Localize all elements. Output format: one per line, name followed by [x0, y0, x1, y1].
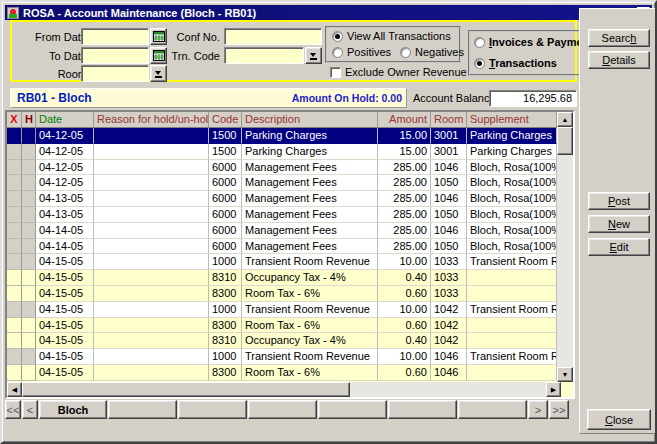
close-button[interactable]: Close	[587, 409, 651, 430]
conf-no-input[interactable]	[224, 28, 322, 45]
table-row[interactable]: 04-15-058300Room Tax - 6%0.601033	[7, 286, 557, 302]
table-row[interactable]: 04-15-058310Occupancy Tax - 4%0.401042	[7, 333, 557, 349]
table-row[interactable]: 04-15-051000Transient Room Revenue10.001…	[7, 302, 557, 318]
positives-radio[interactable]: Positives	[332, 46, 391, 58]
scroll-up-icon[interactable]: ▲	[557, 112, 573, 127]
tab-empty[interactable]	[318, 400, 387, 419]
tab-empty[interactable]	[108, 400, 177, 419]
account-type-group: Invoices & Payments Transactions	[468, 30, 584, 76]
amount-on-hold-label: Amount On Hold:	[292, 92, 379, 104]
to-date-calendar-button[interactable]	[150, 47, 167, 64]
next-account-button[interactable]: >	[528, 400, 548, 419]
cell	[22, 207, 36, 223]
vertical-scrollbar[interactable]: ▲ ▼	[557, 112, 573, 382]
column-header-room[interactable]: Room	[431, 112, 467, 127]
to-date-label: To Date	[24, 50, 87, 62]
cell: 1042	[431, 302, 467, 318]
edit-button[interactable]: Edit	[588, 238, 650, 256]
table-row[interactable]: 04-15-058310Occupancy Tax - 4%0.401033	[7, 270, 557, 286]
view-all-transactions-radio[interactable]: View All Transactions	[332, 30, 451, 42]
transactions-radio[interactable]: Transactions	[474, 57, 557, 69]
cell	[22, 223, 36, 239]
from-date-input[interactable]	[81, 28, 149, 45]
table-row[interactable]: 04-14-056000Management Fees285.001046Blo…	[7, 223, 557, 239]
cell	[94, 239, 209, 255]
column-header-description[interactable]: Description	[242, 112, 378, 127]
account-name: RB01 - Bloch	[17, 91, 92, 105]
table-row[interactable]: 04-12-056000Management Fees285.001046Blo…	[7, 160, 557, 176]
table-inner: X H Date Reason for hold/un-hold Code De…	[7, 112, 557, 382]
scroll-left-icon[interactable]: ◀	[7, 382, 22, 397]
table-row[interactable]: 04-15-051000Transient Room Revenue10.001…	[7, 349, 557, 365]
cell: Management Fees	[242, 160, 378, 176]
cell: 1500	[209, 128, 242, 144]
first-account-button[interactable]: <<	[5, 400, 21, 419]
details-button[interactable]: Details	[588, 51, 650, 69]
tab-empty[interactable]	[178, 400, 247, 419]
account-balance-value: 16,295.68	[489, 90, 577, 107]
tab-bloch[interactable]: Bloch	[39, 400, 107, 419]
room-input[interactable]	[81, 65, 149, 82]
trn-code-label: Trn. Code	[170, 50, 220, 62]
cell	[7, 349, 22, 365]
positives-label: Positives	[347, 46, 391, 58]
table-row[interactable]: 04-15-051000Transient Room Revenue10.001…	[7, 254, 557, 270]
title-bar[interactable]: ROSA - Account Maintenance (Bloch - RB01…	[5, 5, 652, 20]
column-header-reason[interactable]: Reason for hold/un-hold	[94, 112, 209, 127]
tab-empty[interactable]	[388, 400, 457, 419]
cell: Parking Charges	[242, 144, 378, 160]
cell: 1050	[431, 207, 467, 223]
cell	[94, 160, 209, 176]
horizontal-scroll-thumb[interactable]	[22, 382, 350, 397]
cell	[22, 270, 36, 286]
exclude-owner-revenue-checkbox[interactable]: Exclude Owner Revenue	[330, 66, 467, 78]
cell: 6000	[209, 160, 242, 176]
last-account-button[interactable]: >>	[549, 400, 569, 419]
cell	[467, 333, 557, 349]
prev-account-button[interactable]: <	[22, 400, 38, 419]
scroll-right-icon[interactable]: ▶	[546, 382, 561, 397]
room-dropdown-button[interactable]	[150, 65, 167, 82]
negatives-radio[interactable]: Negatives	[400, 46, 464, 58]
column-header-date[interactable]: Date	[36, 112, 94, 127]
cell: 04-14-05	[36, 239, 94, 255]
table-row[interactable]: 04-12-051500Parking Charges15.003001Park…	[7, 128, 557, 144]
table-row[interactable]: 04-15-058300Room Tax - 6%0.601042	[7, 318, 557, 334]
trn-code-input[interactable]	[224, 47, 304, 64]
new-button[interactable]: New	[588, 215, 650, 233]
column-header-h[interactable]: H	[22, 112, 36, 127]
cell: Parking Charges	[467, 144, 557, 160]
table-row[interactable]: 04-15-058300Room Tax - 6%0.601046	[7, 365, 557, 381]
post-button[interactable]: Post	[588, 192, 650, 210]
cell: 1046	[431, 160, 467, 176]
tab-empty[interactable]	[458, 400, 527, 419]
column-header-amount[interactable]: Amount	[378, 112, 431, 127]
table-row[interactable]: 04-12-051500Parking Charges15.003001Park…	[7, 144, 557, 160]
table-row[interactable]: 04-14-056000Management Fees285.001050Blo…	[7, 239, 557, 255]
scroll-down-icon[interactable]: ▼	[557, 367, 573, 382]
cell	[7, 333, 22, 349]
cell: 285.00	[378, 175, 431, 191]
column-header-code[interactable]: Code	[209, 112, 242, 127]
column-header-x[interactable]: X	[7, 112, 22, 127]
to-date-input[interactable]	[81, 47, 149, 64]
cell: 0.40	[378, 333, 431, 349]
from-date-calendar-button[interactable]	[150, 28, 167, 45]
cell: 285.00	[378, 223, 431, 239]
tab-empty[interactable]	[248, 400, 317, 419]
table-row[interactable]: 04-13-056000Management Fees285.001046Blo…	[7, 191, 557, 207]
table-row[interactable]: 04-13-056000Management Fees285.001050Blo…	[7, 207, 557, 223]
room-label: Room	[24, 68, 87, 80]
trn-code-dropdown-button[interactable]	[305, 47, 322, 64]
cell: 1000	[209, 349, 242, 365]
cell: 8310	[209, 333, 242, 349]
horizontal-scrollbar[interactable]: ◀ ▶	[7, 382, 561, 397]
cell: 8310	[209, 270, 242, 286]
vertical-scroll-thumb[interactable]	[557, 127, 573, 155]
cell	[7, 191, 22, 207]
cell: Management Fees	[242, 175, 378, 191]
column-header-supplement[interactable]: Supplement	[467, 112, 557, 127]
search-button[interactable]: Search	[588, 29, 650, 47]
table-row[interactable]: 04-12-056000Management Fees285.001050Blo…	[7, 175, 557, 191]
cell: 15.00	[378, 128, 431, 144]
